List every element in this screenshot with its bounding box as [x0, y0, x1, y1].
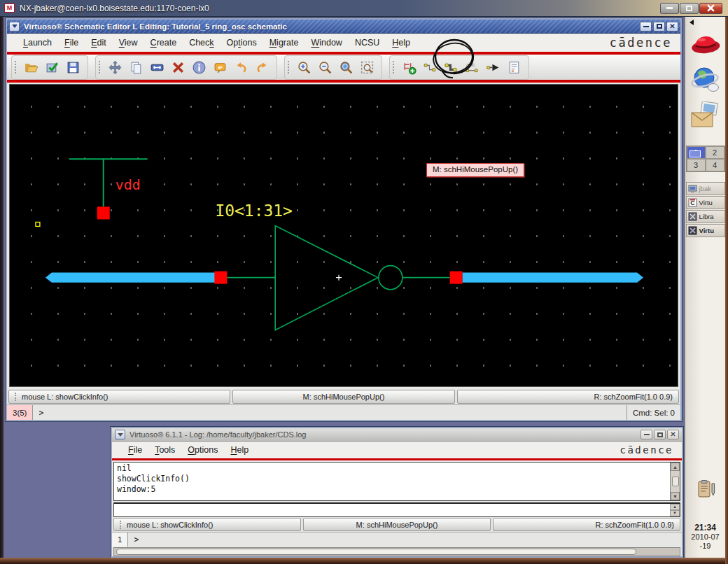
web-browser-launcher[interactable]: [690, 64, 722, 95]
log-horizontal-scrollbar[interactable]: [113, 547, 680, 556]
repeat-command-button[interactable]: [211, 58, 230, 77]
log-minimize-button[interactable]: [640, 430, 652, 439]
workspace-2[interactable]: 2: [706, 146, 724, 159]
window-menu-button[interactable]: [115, 430, 125, 439]
log-maximize-button[interactable]: [654, 430, 666, 439]
spin-down-icon[interactable]: ▼: [670, 510, 680, 516]
toolbar-grip[interactable]: [288, 61, 290, 73]
menu-file[interactable]: File: [58, 35, 85, 50]
log-window[interactable]: Virtuoso® 6.1.1 - Log: /home/faculty/jba…: [111, 427, 683, 558]
main-menu-launcher[interactable]: [690, 29, 722, 60]
menu-view[interactable]: View: [113, 35, 144, 50]
task-library[interactable]: Libra: [686, 210, 725, 223]
command-prompt-input[interactable]: >: [33, 408, 626, 418]
zoom-out-button[interactable]: [316, 58, 335, 77]
create-wire-name-button[interactable]: abc: [463, 58, 482, 77]
stretch-button[interactable]: [148, 58, 167, 77]
log-menu-help[interactable]: Help: [224, 442, 255, 458]
menu-ncsu[interactable]: NCSU: [349, 35, 386, 50]
open-button[interactable]: [22, 58, 41, 77]
scrollbar-thumb[interactable]: [116, 549, 636, 555]
save-button[interactable]: [64, 58, 83, 77]
menu-create[interactable]: Create: [144, 35, 183, 50]
log-close-button[interactable]: ✕: [667, 430, 679, 439]
menu-window[interactable]: Window: [304, 35, 348, 50]
vdd-pin-square[interactable]: [97, 206, 110, 219]
log-command-input[interactable]: ▲▼: [113, 502, 680, 517]
instance-name-label[interactable]: I0<1:31>: [215, 202, 293, 220]
copy-button[interactable]: [127, 58, 146, 77]
log-menu-tools[interactable]: Tools: [148, 442, 181, 458]
remote-desktop[interactable]: Virtuoso® Schematic Editor L Editing: Tu…: [0, 17, 728, 564]
schematic-minimize-button[interactable]: [640, 22, 652, 31]
move-button[interactable]: [106, 58, 125, 77]
open-icon: [24, 60, 38, 75]
schematic-canvas[interactable]: vdd I0<1:31>: [9, 84, 678, 387]
task-terminal[interactable]: jbak: [686, 182, 725, 195]
menu-launch[interactable]: Launch: [17, 35, 58, 50]
output-pin-square[interactable]: [450, 272, 463, 284]
scrollbar-thumb[interactable]: [672, 477, 679, 486]
clock-date: 2010-07: [691, 533, 719, 542]
log-menu-file[interactable]: File: [122, 442, 148, 458]
email-launcher[interactable]: [690, 99, 722, 130]
properties-button[interactable]: [190, 58, 209, 77]
zoom-fit-button[interactable]: [337, 58, 356, 77]
input-history-spinner[interactable]: ▲▼: [670, 504, 680, 516]
log-titlebar[interactable]: Virtuoso® 6.1.1 - Log: /home/faculty/jba…: [112, 428, 682, 442]
create-narrow-wire-button[interactable]: [421, 58, 440, 77]
scroll-down-icon[interactable]: ▼: [671, 492, 680, 500]
zoom-area-button[interactable]: [358, 58, 377, 77]
menu-edit[interactable]: Edit: [85, 35, 113, 50]
x-app-icon: [688, 212, 697, 221]
check-and-save-button[interactable]: [43, 58, 62, 77]
window-menu-button[interactable]: [9, 22, 20, 31]
workspace-3[interactable]: 3: [687, 159, 706, 171]
scroll-up-icon[interactable]: ▲: [671, 463, 680, 471]
nx-close-button[interactable]: [699, 3, 722, 14]
create-note-button[interactable]: [505, 58, 524, 77]
log-menu-options[interactable]: Options: [181, 442, 224, 458]
nx-minimize-button[interactable]: [660, 3, 679, 14]
redo-button[interactable]: [253, 58, 272, 77]
toolbar-grip[interactable]: [393, 61, 396, 73]
schematic-close-button[interactable]: ✕: [666, 22, 678, 31]
task-virtuoso-active[interactable]: Virtu: [686, 224, 725, 237]
task-virtuoso[interactable]: C Virtu: [686, 196, 725, 209]
toolbar-grip[interactable]: [15, 61, 18, 73]
clipboard-applet[interactable]: [690, 474, 722, 505]
toolbar-grip[interactable]: [99, 61, 102, 73]
panel-clock[interactable]: 21:34 2010-07 -19: [691, 523, 719, 551]
nx-maximize-button[interactable]: [680, 3, 699, 14]
input-bus-wire[interactable]: [46, 273, 220, 283]
vdd-label[interactable]: vdd: [115, 176, 141, 193]
log-output-area[interactable]: nil showClickInfo() window:5: [114, 463, 670, 500]
undo-button[interactable]: [232, 58, 251, 77]
menu-options[interactable]: Options: [220, 35, 263, 50]
schematic-titlebar[interactable]: Virtuoso® Schematic Editor L Editing: Tu…: [7, 20, 680, 34]
menu-migrate[interactable]: Migrate: [263, 35, 305, 50]
create-pin-button[interactable]: [484, 58, 503, 77]
schematic-maximize-button[interactable]: [653, 22, 665, 31]
create-wide-wire-button[interactable]: [442, 58, 461, 77]
nx-window-titlebar[interactable]: M NX-jbaker@coen-lx0.boisestate.edu:1170…: [0, 0, 728, 17]
menu-help[interactable]: Help: [386, 35, 416, 50]
schematic-editor-window[interactable]: Virtuoso® Schematic Editor L Editing: Tu…: [6, 18, 682, 421]
menu-check[interactable]: Check: [183, 35, 220, 50]
workspace-4[interactable]: 4: [706, 159, 724, 171]
command-prompt-input[interactable]: >: [128, 535, 682, 544]
spin-up-icon[interactable]: ▲: [670, 504, 680, 510]
workspace-1[interactable]: 1: [687, 146, 706, 159]
panel-hide-arrow-icon[interactable]: [687, 20, 694, 25]
create-instance-button[interactable]: [400, 58, 419, 77]
log-vertical-scrollbar[interactable]: ▲ ▼: [670, 463, 680, 500]
vdd-supply-symbol[interactable]: vdd: [69, 159, 148, 219]
input-pin-square[interactable]: [214, 272, 227, 284]
create-toolbar-group: abc: [389, 55, 529, 80]
check-and-save-icon: [45, 60, 59, 75]
delete-button[interactable]: [169, 58, 188, 77]
zoom-in-button[interactable]: [295, 58, 314, 77]
create-narrow-wire-icon: [423, 60, 438, 75]
output-bus-wire[interactable]: [463, 273, 643, 283]
desktop-right-edge: [725, 17, 728, 564]
